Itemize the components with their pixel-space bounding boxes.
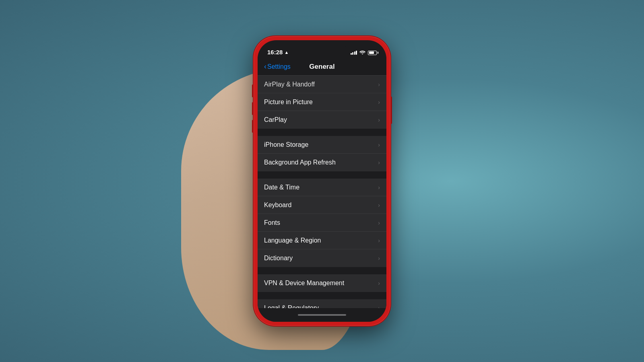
nav-title: General xyxy=(309,63,334,71)
chevron-right-icon: › xyxy=(378,202,380,208)
list-item-language-region[interactable]: Language & Region › xyxy=(258,232,386,249)
section-gap-2 xyxy=(258,171,386,179)
list-item-vpn[interactable]: VPN & Device Management › xyxy=(258,274,386,292)
status-icons xyxy=(351,50,377,56)
row-right: › xyxy=(378,81,380,88)
battery-icon xyxy=(368,51,377,55)
section-storage: iPhone Storage › Background App Refresh … xyxy=(258,136,386,171)
row-right: › xyxy=(378,280,380,286)
nav-bar: ‹ Settings General xyxy=(258,58,386,76)
list-item-date-time[interactable]: Date & Time › xyxy=(258,179,386,196)
chevron-right-icon: › xyxy=(378,99,380,105)
location-icon: ▲ xyxy=(284,50,289,55)
row-right: › xyxy=(378,142,380,148)
iphone-notch xyxy=(298,40,346,51)
list-item-fonts[interactable]: Fonts › xyxy=(258,214,386,232)
section-gap-1 xyxy=(258,129,386,136)
row-label-language-region: Language & Region xyxy=(264,237,321,244)
list-item-dictionary[interactable]: Dictionary › xyxy=(258,249,386,267)
chevron-right-icon: › xyxy=(378,159,380,166)
section-locale: Date & Time › Keyboard › Fon xyxy=(258,179,386,267)
section-vpn: VPN & Device Management › xyxy=(258,274,386,292)
row-label-carplay: CarPlay xyxy=(264,116,287,123)
row-label-iphone-storage: iPhone Storage xyxy=(264,141,308,148)
chevron-right-icon: › xyxy=(378,237,380,244)
list-item[interactable]: CarPlay › xyxy=(258,111,386,129)
row-label-date-time: Date & Time xyxy=(264,184,299,191)
list-group-legal: Legal & Regulatory › xyxy=(258,299,386,308)
list-item-iphone-storage[interactable]: iPhone Storage › xyxy=(258,136,386,154)
home-bar xyxy=(298,314,346,316)
row-label-airplay: AirPlay & Handoff xyxy=(264,81,315,88)
row-right: › xyxy=(378,117,380,123)
list-group-storage: iPhone Storage › Background App Refresh … xyxy=(258,136,386,171)
row-right: › xyxy=(378,220,380,226)
chevron-right-icon: › xyxy=(378,255,380,261)
row-label-background-refresh: Background App Refresh xyxy=(264,159,336,166)
row-label-vpn: VPN & Device Management xyxy=(264,280,344,287)
chevron-right-icon: › xyxy=(378,184,380,191)
row-right: › xyxy=(378,305,380,308)
row-right: › xyxy=(378,159,380,166)
list-item-keyboard[interactable]: Keyboard › xyxy=(258,196,386,214)
section-gap-4 xyxy=(258,292,386,299)
row-label-keyboard: Keyboard xyxy=(264,202,292,209)
list-item-background-refresh[interactable]: Background App Refresh › xyxy=(258,154,386,171)
list-item-legal[interactable]: Legal & Regulatory › xyxy=(258,299,386,308)
row-label-pip: Picture in Picture xyxy=(264,99,313,106)
list-group-locale: Date & Time › Keyboard › Fon xyxy=(258,179,386,267)
back-label: Settings xyxy=(267,63,291,70)
chevron-right-icon: › xyxy=(378,142,380,148)
time-display: 16:28 xyxy=(267,49,283,56)
settings-content[interactable]: AirPlay & Handoff › Picture in Picture › xyxy=(258,76,386,308)
row-right: › xyxy=(378,184,380,191)
row-right: › xyxy=(378,202,380,208)
list-group-top: AirPlay & Handoff › Picture in Picture › xyxy=(258,76,386,129)
chevron-right-icon: › xyxy=(378,280,380,286)
iphone-device: 16:28 ▲ xyxy=(254,36,390,326)
chevron-right-icon: › xyxy=(378,305,380,308)
section-top: AirPlay & Handoff › Picture in Picture › xyxy=(258,76,386,129)
section-gap-3 xyxy=(258,267,386,274)
row-label-dictionary: Dictionary xyxy=(264,255,293,262)
back-button[interactable]: ‹ Settings xyxy=(264,62,291,71)
section-legal: Legal & Regulatory › xyxy=(258,299,386,308)
chevron-right-icon: › xyxy=(378,81,380,88)
iphone-screen: 16:28 ▲ xyxy=(258,40,386,322)
home-indicator[interactable] xyxy=(258,308,386,322)
signal-icon xyxy=(351,51,357,55)
list-item[interactable]: AirPlay & Handoff › xyxy=(258,76,386,93)
row-right: › xyxy=(378,99,380,105)
wifi-icon xyxy=(359,50,365,56)
scene: 16:28 ▲ xyxy=(254,36,390,326)
list-group-vpn: VPN & Device Management › xyxy=(258,274,386,292)
row-right: › xyxy=(378,255,380,261)
list-item[interactable]: Picture in Picture › xyxy=(258,93,386,111)
row-label-legal: Legal & Regulatory xyxy=(264,304,319,308)
status-time: 16:28 ▲ xyxy=(267,49,289,56)
back-chevron-icon: ‹ xyxy=(264,62,266,71)
chevron-right-icon: › xyxy=(378,117,380,123)
row-right: › xyxy=(378,237,380,244)
chevron-right-icon: › xyxy=(378,220,380,226)
row-label-fonts: Fonts xyxy=(264,219,280,226)
